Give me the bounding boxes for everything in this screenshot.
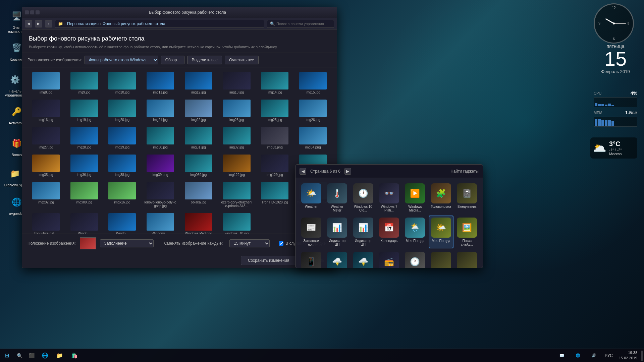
image-cell-38[interactable]: Tron HD-1920.jpg bbox=[257, 180, 293, 210]
gadget-item-note[interactable]: 📓Ежедневник bbox=[455, 181, 479, 214]
image-cell-17[interactable]: img28.jpg bbox=[66, 125, 103, 151]
image-cell-10[interactable]: img20.jpg bbox=[104, 98, 141, 124]
gadget-item-radio[interactable]: 📻Центр Радио bbox=[377, 250, 401, 268]
gadgets-next-button[interactable]: ▶ bbox=[344, 168, 351, 175]
show-desktop-button[interactable] bbox=[641, 351, 643, 361]
gadget-item-headlines[interactable]: 📰Заголовки но... bbox=[299, 216, 323, 248]
image-cell-21[interactable]: img32.jpg bbox=[218, 125, 255, 151]
image-cell-13[interactable]: img23.jpg bbox=[218, 98, 255, 124]
image-cell-25[interactable]: img36.jpg bbox=[66, 153, 103, 179]
nav-up-button[interactable]: ↑ bbox=[45, 20, 52, 27]
gadget-item-win7-plati[interactable]: 👓Windows 7 Plati... bbox=[377, 181, 401, 214]
mem-bar bbox=[594, 117, 637, 127]
shuffle-checkbox[interactable] bbox=[279, 241, 283, 246]
gadget-item-weather-meter[interactable]: 🌡️Weather Meter bbox=[325, 181, 349, 214]
browse-button[interactable]: Обзор... bbox=[161, 56, 185, 64]
gadget-item-my-pogoda2[interactable]: 🌤️Моя Погода bbox=[429, 216, 453, 248]
start-button[interactable]: ⊞ bbox=[0, 349, 13, 362]
image-cell-9[interactable]: img19.jpg bbox=[66, 98, 103, 124]
image-cell-30[interactable]: img129.jpg bbox=[257, 153, 293, 179]
window-minimize-button[interactable] bbox=[25, 10, 29, 14]
gadgets-prev-button[interactable]: ◀ bbox=[300, 168, 306, 175]
breadcrumb-item-personalization[interactable]: Персонализация bbox=[67, 21, 99, 26]
image-cell-24[interactable]: img35.jpg bbox=[28, 153, 64, 179]
gadget-item-indicator1[interactable]: 📊Индикатор ЦП bbox=[325, 216, 349, 248]
location-select[interactable]: Фоны рабочего стола Windows bbox=[85, 56, 158, 64]
image-cell-41[interactable]: Windo... bbox=[66, 211, 103, 234]
gadget-item-telefon[interactable]: 📱Телефонная кн... bbox=[299, 250, 323, 268]
image-cell-15[interactable]: img26.jpg bbox=[294, 98, 331, 124]
image-cell-11[interactable]: img21.jpg bbox=[142, 98, 179, 124]
image-cell-19[interactable]: img30.jpg bbox=[142, 125, 179, 151]
image-cell-37[interactable]: ozero-gory-otrazhenie-priroda-348... bbox=[218, 180, 255, 210]
clear-all-button[interactable]: Очистить все bbox=[225, 56, 258, 64]
image-cell-1[interactable]: img9.jpg bbox=[66, 70, 103, 96]
image-cell-8[interactable]: img16.jpg bbox=[28, 98, 64, 124]
gadget-item-center-pogoda2[interactable]: 🌩️Центр Погоды bbox=[351, 250, 375, 268]
taskbar-network-icon[interactable]: 🌐 bbox=[571, 349, 585, 362]
search-box[interactable]: 🔍 Поиск в панели управления bbox=[267, 20, 334, 28]
image-cell-18[interactable]: img29.jpg bbox=[104, 125, 141, 151]
gadget-item-pokaz-slayd[interactable]: 🖼️Показ слайд... bbox=[455, 216, 479, 248]
breadcrumb-item-wallpaper[interactable]: Фоновый рисунок рабочего стола bbox=[103, 21, 165, 26]
gadget-item-clock3[interactable]: 🕐Часы bbox=[403, 250, 427, 268]
image-cell-22[interactable]: img33.png bbox=[257, 125, 293, 151]
save-changes-button[interactable]: Сохранить изменения bbox=[241, 256, 296, 265]
image-cell-26[interactable]: img38.jpg bbox=[104, 153, 141, 179]
image-cell-43[interactable]: Windows ... bbox=[142, 211, 179, 234]
image-cell-12[interactable]: img22.jpg bbox=[180, 98, 217, 124]
image-cell-34[interactable]: imgx16.jpg bbox=[104, 180, 141, 210]
image-cell-28[interactable]: img069.jpg bbox=[180, 153, 217, 179]
gadget-icon-headlines: 📰 bbox=[301, 218, 321, 238]
image-cell-6[interactable]: img14.jpg bbox=[257, 70, 293, 96]
image-cell-36[interactable]: oblaka.jpg bbox=[180, 180, 217, 210]
window-close-button[interactable] bbox=[36, 10, 40, 14]
gadget-item-blank2[interactable] bbox=[455, 250, 479, 268]
image-cell-27[interactable]: img39.png bbox=[142, 153, 179, 179]
image-cell-23[interactable]: img34.png bbox=[294, 125, 331, 151]
mem-bar-seg3 bbox=[601, 120, 604, 126]
image-cell-42[interactable]: Windo... bbox=[104, 211, 141, 234]
gadget-item-win-media[interactable]: ▶️Windows Media... bbox=[403, 181, 427, 214]
image-cell-3[interactable]: img11.jpg bbox=[142, 70, 179, 96]
gadget-item-my-pogoda[interactable]: 🌦️Моя Погода bbox=[403, 216, 427, 248]
gadget-item-weather[interactable]: 🌤️Weather bbox=[299, 181, 323, 214]
image-cell-35[interactable]: lenovo-lenovo-bely-logotip.jpg bbox=[142, 180, 179, 210]
image-cell-2[interactable]: img10.jpg bbox=[104, 70, 141, 96]
image-cell-20[interactable]: img31.jpg bbox=[180, 125, 217, 151]
taskbar-search-button[interactable]: 🔍 bbox=[13, 349, 25, 362]
interval-select[interactable]: 15 минут bbox=[229, 239, 270, 247]
image-cell-7[interactable]: img15.jpg bbox=[294, 70, 331, 96]
nav-back-button[interactable]: ◀ bbox=[25, 20, 32, 27]
image-cell-5[interactable]: img13.jpg bbox=[218, 70, 255, 96]
select-all-button[interactable]: Выделить все bbox=[187, 56, 222, 64]
nav-forward-button[interactable]: ▶ bbox=[35, 20, 42, 27]
position-select[interactable]: Заполнение bbox=[100, 239, 154, 247]
image-cell-4[interactable]: img12.jpg bbox=[180, 70, 217, 96]
taskbar-icon-store[interactable]: 🛍️ bbox=[67, 349, 82, 362]
taskbar-language[interactable]: РУС bbox=[603, 353, 615, 358]
image-cell-32[interactable]: imgx02.jpg bbox=[28, 180, 64, 210]
image-cell-0[interactable]: img8.jpg bbox=[28, 70, 64, 96]
taskbar-icon-ie[interactable]: 🌐 bbox=[38, 349, 52, 362]
taskbar-icon-explorer[interactable]: 📁 bbox=[52, 349, 67, 362]
image-cell-40[interactable]: tron-white-girl-... bbox=[28, 211, 64, 234]
gadget-item-win10-clock[interactable]: 🕐Windows 10 Clo... bbox=[351, 181, 375, 214]
taskbar-clock[interactable]: 19:38 15.02.2019 bbox=[616, 350, 640, 361]
image-cell-33[interactable]: imgx09.jpg bbox=[66, 180, 103, 210]
window-maximize-button[interactable] bbox=[30, 10, 34, 14]
image-cell-44[interactable]: Windows Red.png bbox=[180, 211, 217, 234]
gadget-item-center-pogoda1[interactable]: 🌩️Центр Погоды bbox=[325, 250, 349, 268]
image-cell-14[interactable]: img25.jpg bbox=[257, 98, 293, 124]
gadget-item-calendar[interactable]: 📅Календарь bbox=[377, 216, 401, 248]
image-cell-29[interactable]: img122.jpg bbox=[218, 153, 255, 179]
image-cell-16[interactable]: img27.jpg bbox=[28, 125, 64, 151]
image-cell-45[interactable]: windows_10.jpg bbox=[218, 211, 255, 234]
gadget-item-puzzle[interactable]: 🧩Головоломка bbox=[429, 181, 453, 214]
task-view-button[interactable]: ⬛ bbox=[25, 349, 38, 362]
breadcrumb-item-root[interactable]: 📁 bbox=[58, 21, 63, 26]
taskbar-sound-icon[interactable]: 🔊 bbox=[587, 349, 601, 362]
taskbar-mail-button[interactable]: ✉️ bbox=[554, 349, 569, 362]
gadget-item-blank[interactable] bbox=[429, 250, 453, 268]
gadget-item-indicator2[interactable]: 📊Индикатор ЦП bbox=[351, 216, 375, 248]
